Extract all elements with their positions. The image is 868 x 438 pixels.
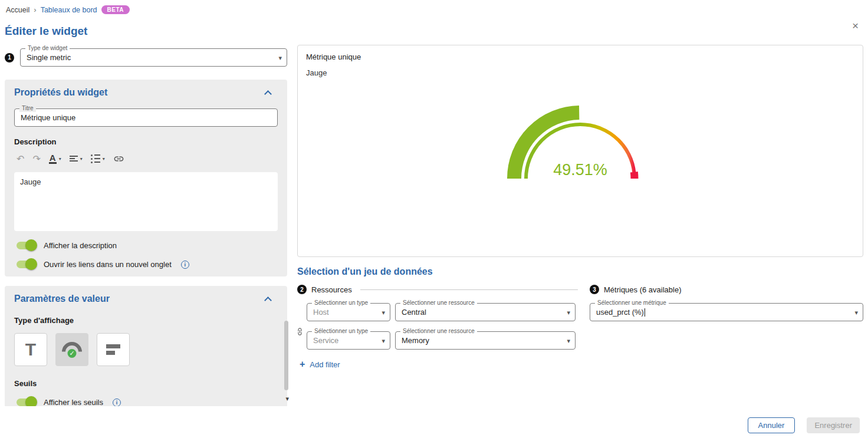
open-links-toggle[interactable] [17, 261, 35, 268]
open-links-toggle-row: Ouvrir les liens dans un nouvel onglet i [14, 260, 278, 269]
caret-down-icon: ▾ [80, 156, 83, 162]
dataset-selection: 2 Ressources Sélectionner un type Host ▾ [297, 279, 863, 369]
resources-group: 2 Ressources Sélectionner un type Host ▾ [297, 279, 578, 369]
chevron-up-icon[interactable] [264, 90, 272, 98]
widget-preview: Métrique unique Jauge 49.51% [297, 45, 863, 257]
preview-and-dataset-panel: Métrique unique Jauge 49.51% [290, 42, 868, 369]
show-description-toggle-label: Afficher la description [44, 241, 117, 250]
description-toolbar: ↶ ↷ A ▾ ▾ ▾ [14, 151, 278, 166]
step-3-badge: 3 [590, 285, 599, 294]
metric-select-label: Sélectionner une métrique [595, 299, 669, 307]
close-icon[interactable]: × [852, 20, 859, 31]
breadcrumb: Accueil › Tableaux de bord BETA [0, 0, 868, 15]
redo-icon[interactable]: ↷ [30, 152, 42, 166]
metric-select-value: used_prct (%) [596, 308, 644, 317]
text-display-icon: T [25, 340, 36, 360]
display-type-gauge-button[interactable]: ✓ [55, 333, 88, 366]
caret-down-icon: ▾ [103, 156, 105, 162]
align-button[interactable]: ▾ [67, 153, 85, 164]
align-left-icon [70, 154, 78, 163]
title-input[interactable]: Titre Métrique unique [14, 108, 278, 127]
resource-type-select-2[interactable]: Sélectionner un type Service ▾ [307, 331, 390, 350]
resource-row: Sélectionner un type Host ▾ Sélectionner… [307, 303, 578, 321]
link-button[interactable] [111, 152, 127, 166]
resource-select-1[interactable]: Sélectionner une ressource Central ▾ [395, 303, 576, 321]
display-type-bars-button[interactable] [97, 333, 130, 366]
list-button[interactable]: ▾ [88, 152, 107, 166]
info-icon[interactable]: i [113, 399, 121, 407]
resource-type-select-value: Service [313, 336, 338, 345]
scroll-down-icon[interactable]: ▾ [285, 395, 289, 403]
caret-down-icon: ▾ [567, 337, 570, 344]
description-textarea[interactable]: Jauge [14, 172, 278, 231]
divider [360, 289, 578, 290]
gauge-chart: 49.51% [498, 96, 663, 186]
widget-type-row: 1 Type de widget Single metric ▾ [5, 48, 290, 67]
show-thresholds-toggle-label: Afficher les seuils [44, 398, 103, 406]
resource-select-label: Sélectionner une ressource [400, 328, 477, 335]
info-icon[interactable]: i [181, 261, 189, 269]
widget-properties-section: Propriétés du widget Titre Métrique uniq… [5, 80, 287, 276]
title-input-label: Titre [19, 105, 36, 112]
bars-display-icon [106, 342, 120, 357]
step-2-badge: 2 [297, 285, 307, 294]
widget-type-select-value: Single metric [27, 53, 71, 62]
editor-content: 1 Type de widget Single metric ▾ Proprié… [0, 42, 868, 406]
resource-type-select-label: Sélectionner un type [312, 299, 370, 307]
save-button[interactable]: Enregistrer [807, 417, 860, 433]
settings-panel: 1 Type de widget Single metric ▾ Proprié… [0, 42, 290, 406]
resource-type-select-value: Host [313, 308, 329, 317]
show-thresholds-toggle[interactable] [17, 399, 35, 406]
link-icon [113, 153, 124, 164]
widget-type-select[interactable]: Type de widget Single metric ▾ [20, 48, 287, 67]
chevron-up-icon[interactable] [264, 297, 272, 304]
list-icon [91, 153, 100, 165]
page-title: Éditer le widget [5, 25, 868, 38]
display-type-text-button[interactable]: T [14, 333, 47, 366]
show-description-toggle[interactable] [17, 242, 35, 249]
breadcrumb-dashboards-link[interactable]: Tableaux de bord [41, 6, 97, 14]
gauge-value-text: 49.51% [553, 161, 607, 179]
caret-down-icon: ▾ [278, 54, 282, 61]
resource-type-select-label: Sélectionner un type [312, 328, 370, 335]
add-filter-button[interactable]: + Add filter [300, 360, 578, 369]
resource-select-2[interactable]: Sélectionner une ressource Memory ▾ [395, 331, 576, 350]
open-links-toggle-label: Ouvrir les liens dans un nouvel onglet [44, 260, 172, 269]
resources-header: 2 Ressources [297, 284, 578, 295]
beta-badge: BETA [101, 5, 130, 14]
caret-down-icon: ▾ [567, 308, 570, 316]
caret-down-icon: ▾ [59, 156, 61, 162]
value-parameters-section: Paramètres de valeur Type d'affichage T … [5, 286, 287, 406]
widget-properties-header: Propriétés du widget [14, 87, 278, 98]
editor-header: Éditer le widget × [0, 15, 868, 42]
scrollbar-thumb[interactable] [284, 321, 288, 390]
breadcrumb-home-link[interactable]: Accueil [6, 6, 29, 14]
metric-select[interactable]: Sélectionner une métrique used_prct (%) … [590, 303, 863, 321]
display-type-options: T ✓ [14, 333, 278, 366]
metrics-header: 3 Métriques (6 available) [590, 284, 863, 295]
check-icon: ✓ [67, 348, 78, 359]
step-1-badge: 1 [5, 53, 14, 62]
text-color-icon: A [49, 153, 57, 164]
value-parameters-title: Paramètres de valeur [14, 294, 110, 304]
caret-down-icon: ▾ [854, 308, 858, 316]
value-parameters-header: Paramètres de valeur [14, 294, 278, 304]
dataset-selection-title: Sélection d'un jeu de données [297, 266, 863, 277]
undo-icon[interactable]: ↶ [14, 152, 27, 166]
thresholds-label: Seuils [14, 379, 278, 388]
show-thresholds-toggle-row: Afficher les seuils i [14, 398, 278, 406]
caret-down-icon: ▾ [382, 337, 385, 344]
footer-actions: Annuler Enregistrer [748, 417, 860, 433]
resource-rows: Sélectionner un type Host ▾ Sélectionner… [297, 303, 578, 350]
metrics-group: 3 Métriques (6 available) Sélectionner u… [590, 279, 863, 321]
cancel-button[interactable]: Annuler [748, 417, 795, 433]
gauge-critical-cap [634, 172, 634, 179]
text-color-button[interactable]: A ▾ [47, 152, 64, 165]
resource-type-select-1[interactable]: Sélectionner un type Host ▾ [307, 303, 390, 321]
link-resources-icon [295, 327, 304, 336]
display-type-label: Type d'affichage [14, 316, 278, 325]
resource-row: Sélectionner un type Service ▾ Sélection… [307, 331, 578, 350]
resource-select-value: Central [402, 308, 426, 317]
show-description-toggle-row: Afficher la description [14, 241, 278, 250]
caret-down-icon: ▾ [382, 308, 385, 316]
